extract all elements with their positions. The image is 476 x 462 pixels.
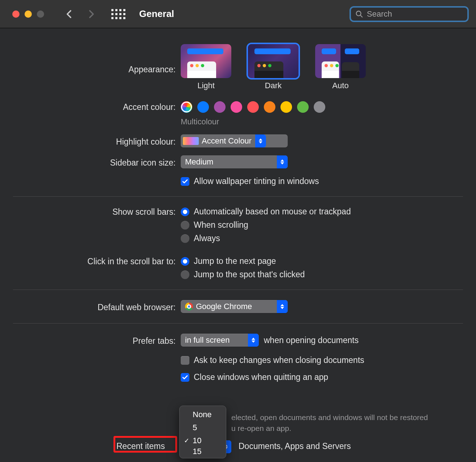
minimize-window-button[interactable] — [25, 10, 32, 18]
zoom-window-button[interactable] — [37, 10, 44, 18]
recent-items-suffix: Documents, Apps and Servers — [239, 441, 351, 451]
prefer-tabs-label: Prefer tabs: — [0, 334, 181, 347]
accent-orange[interactable] — [264, 101, 275, 113]
divider — [13, 290, 463, 290]
ask-changes-label: Ask to keep changes when closing documen… — [194, 355, 364, 365]
click-scrollbar-next-page[interactable]: Jump to the next page — [181, 256, 305, 266]
highlight-select[interactable]: Accent Colour — [181, 134, 288, 147]
appearance-option-auto[interactable]: Auto — [315, 44, 366, 90]
accent-label: Accent colour: — [0, 100, 181, 113]
prefer-tabs-value: in full screen — [185, 335, 230, 345]
divider — [13, 323, 463, 324]
accent-selected-name: Multicolour — [181, 117, 219, 127]
accent-purple[interactable] — [214, 101, 226, 113]
chevron-right-icon — [86, 9, 96, 19]
appearance-auto-label: Auto — [332, 81, 348, 90]
sidebar-icon-select[interactable]: Medium — [181, 155, 288, 168]
scrollbars-option-scrolling[interactable]: When scrolling — [181, 220, 351, 230]
chevron-left-icon — [64, 9, 74, 19]
close-windows-note-line1: elected, open documents and windows will… — [231, 413, 428, 422]
forward-button[interactable] — [86, 9, 96, 19]
appearance-option-light[interactable]: Light — [181, 44, 231, 90]
close-windows-note-line2: u re-open an app. — [231, 424, 291, 433]
click-scrollbar-clicked-spot[interactable]: Jump to the spot that's clicked — [181, 270, 305, 279]
accent-blue[interactable] — [197, 101, 209, 113]
svg-line-1 — [360, 15, 363, 17]
appearance-light-label: Light — [197, 81, 215, 90]
recent-items-menu[interactable]: None 5 10 15 — [179, 406, 226, 458]
default-browser-value: Google Chrome — [196, 302, 252, 311]
search-field[interactable] — [350, 6, 469, 22]
titlebar: General — [0, 0, 476, 28]
close-windows-label: Close windows when quitting an app — [194, 372, 328, 382]
highlight-value: Accent Colour — [202, 136, 252, 146]
show-all-button[interactable] — [111, 9, 125, 19]
default-browser-label: Default web browser: — [0, 300, 181, 313]
recent-items-option-5[interactable]: 5 — [180, 421, 226, 434]
prefer-tabs-suffix: when opening documents — [264, 335, 359, 345]
accent-pink[interactable] — [231, 101, 242, 113]
appearance-option-dark[interactable]: Dark — [248, 44, 299, 90]
sidebar-icon-value: Medium — [185, 157, 213, 167]
prefs-body: Appearance: Light Dark Auto Accent colou… — [0, 28, 476, 462]
default-browser-select[interactable]: Google Chrome — [181, 300, 288, 313]
check-icon — [182, 374, 188, 381]
search-input[interactable] — [367, 9, 466, 19]
scrollbars-option-always[interactable]: Always — [181, 234, 351, 243]
accent-red[interactable] — [247, 101, 259, 113]
back-button[interactable] — [64, 9, 74, 19]
chrome-icon — [185, 303, 193, 311]
window-controls — [12, 10, 44, 18]
check-icon — [182, 178, 188, 185]
accent-yellow[interactable] — [280, 101, 292, 113]
recent-items-option-none[interactable]: None — [180, 408, 226, 421]
accent-graphite[interactable] — [314, 101, 325, 113]
ask-changes-checkbox[interactable] — [181, 356, 189, 365]
accent-swatches — [181, 100, 325, 113]
scrollbars-option-auto[interactable]: Automatically based on mouse or trackpad — [181, 207, 351, 217]
sidebar-icon-label: Sidebar icon size: — [0, 155, 181, 168]
prefer-tabs-select[interactable]: in full screen — [181, 334, 259, 347]
accent-green[interactable] — [297, 101, 309, 113]
click-scrollbar-label: Click in the scroll bar to: — [0, 256, 181, 267]
highlight-swatch-icon — [183, 137, 199, 145]
wallpaper-tint-label: Allow wallpaper tinting in windows — [194, 176, 319, 186]
appearance-dark-label: Dark — [265, 81, 282, 90]
recent-items-option-15[interactable]: 15 — [180, 447, 226, 456]
window-title: General — [139, 8, 174, 20]
appearance-label: Appearance: — [0, 44, 181, 75]
highlight-label: Highlight colour: — [0, 134, 181, 147]
divider — [13, 196, 463, 197]
recent-items-label: Recent items — [116, 441, 165, 451]
wallpaper-tint-checkbox[interactable] — [181, 177, 189, 186]
search-icon — [355, 10, 363, 18]
close-windows-checkbox[interactable] — [181, 373, 189, 382]
scrollbars-label: Show scroll bars: — [0, 207, 181, 218]
recent-items-option-10[interactable]: 10 — [180, 434, 226, 447]
accent-multicolour[interactable] — [181, 101, 192, 113]
close-window-button[interactable] — [12, 10, 20, 18]
